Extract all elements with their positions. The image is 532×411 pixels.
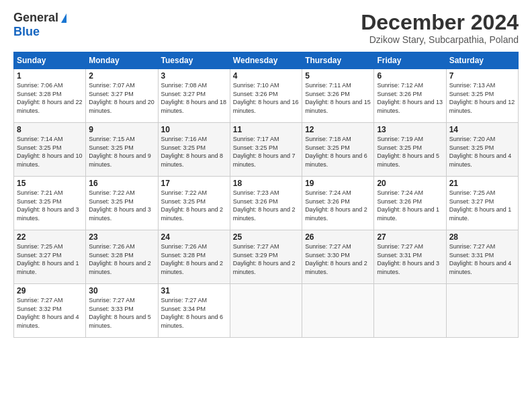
day-info: Sunrise: 7:27 AM Sunset: 3:33 PM Dayligh… (89, 296, 154, 330)
day-info: Sunrise: 7:17 AM Sunset: 3:25 PM Dayligh… (233, 135, 299, 169)
day-info: Sunrise: 7:11 AM Sunset: 3:26 PM Dayligh… (305, 81, 371, 115)
day-info: Sunrise: 7:22 AM Sunset: 3:25 PM Dayligh… (161, 189, 227, 222)
title-block: December 2024 Dzikow Stary, Subcarpathia… (361, 11, 519, 45)
calendar-cell (302, 284, 374, 338)
weekday-header-row: Sunday Monday Tuesday Wednesday Thursday… (14, 52, 519, 69)
day-info: Sunrise: 7:12 AM Sunset: 3:26 PM Dayligh… (377, 81, 443, 115)
calendar-cell: 26 Sunrise: 7:27 AM Sunset: 3:30 PM Dayl… (302, 230, 374, 284)
day-info: Sunrise: 7:10 AM Sunset: 3:26 PM Dayligh… (233, 81, 299, 115)
calendar-week-1: 1 Sunrise: 7:06 AM Sunset: 3:28 PM Dayli… (14, 69, 519, 123)
day-number: 10 (161, 125, 227, 134)
logo-general: General (13, 11, 58, 25)
day-info: Sunrise: 7:27 AM Sunset: 3:31 PM Dayligh… (449, 242, 515, 276)
day-number: 4 (233, 71, 299, 81)
calendar-cell: 4 Sunrise: 7:10 AM Sunset: 3:26 PM Dayli… (230, 69, 302, 123)
calendar-cell: 18 Sunrise: 7:23 AM Sunset: 3:26 PM Dayl… (230, 177, 302, 230)
calendar-cell: 8 Sunrise: 7:14 AM Sunset: 3:25 PM Dayli… (14, 123, 86, 177)
day-number: 7 (449, 71, 515, 81)
day-info: Sunrise: 7:27 AM Sunset: 3:30 PM Dayligh… (305, 242, 371, 276)
calendar-cell: 23 Sunrise: 7:26 AM Sunset: 3:28 PM Dayl… (86, 230, 158, 284)
header-friday: Friday (374, 52, 446, 69)
day-info: Sunrise: 7:21 AM Sunset: 3:25 PM Dayligh… (17, 189, 83, 222)
calendar-cell: 24 Sunrise: 7:26 AM Sunset: 3:28 PM Dayl… (158, 230, 230, 284)
calendar-cell: 29 Sunrise: 7:27 AM Sunset: 3:32 PM Dayl… (14, 284, 86, 338)
day-info: Sunrise: 7:27 AM Sunset: 3:34 PM Dayligh… (161, 296, 227, 330)
day-number: 11 (233, 125, 299, 134)
logo-blue: Blue (13, 25, 40, 39)
calendar-cell: 30 Sunrise: 7:27 AM Sunset: 3:33 PM Dayl… (86, 284, 158, 338)
calendar-cell: 19 Sunrise: 7:24 AM Sunset: 3:26 PM Dayl… (302, 177, 374, 230)
day-info: Sunrise: 7:07 AM Sunset: 3:27 PM Dayligh… (89, 81, 154, 115)
calendar-cell: 2 Sunrise: 7:07 AM Sunset: 3:27 PM Dayli… (86, 69, 158, 123)
calendar-cell (374, 284, 446, 338)
day-number: 30 (89, 286, 154, 295)
calendar: Sunday Monday Tuesday Wednesday Thursday… (13, 52, 519, 338)
calendar-cell: 7 Sunrise: 7:13 AM Sunset: 3:25 PM Dayli… (446, 69, 518, 123)
header-tuesday: Tuesday (158, 52, 230, 69)
day-info: Sunrise: 7:14 AM Sunset: 3:25 PM Dayligh… (17, 135, 83, 169)
header-wednesday: Wednesday (230, 52, 302, 69)
day-info: Sunrise: 7:27 AM Sunset: 3:31 PM Dayligh… (377, 242, 443, 276)
calendar-week-2: 8 Sunrise: 7:14 AM Sunset: 3:25 PM Dayli… (14, 123, 519, 177)
day-number: 28 (449, 232, 515, 242)
day-info: Sunrise: 7:25 AM Sunset: 3:27 PM Dayligh… (449, 189, 515, 222)
day-number: 16 (89, 179, 154, 188)
day-info: Sunrise: 7:15 AM Sunset: 3:25 PM Dayligh… (89, 135, 154, 169)
calendar-cell: 12 Sunrise: 7:18 AM Sunset: 3:25 PM Dayl… (302, 123, 374, 177)
day-number: 24 (161, 232, 227, 242)
calendar-cell: 25 Sunrise: 7:27 AM Sunset: 3:29 PM Dayl… (230, 230, 302, 284)
calendar-cell: 21 Sunrise: 7:25 AM Sunset: 3:27 PM Dayl… (446, 177, 518, 230)
day-info: Sunrise: 7:18 AM Sunset: 3:25 PM Dayligh… (305, 135, 371, 169)
location: Dzikow Stary, Subcarpathia, Poland (361, 34, 519, 45)
day-number: 25 (233, 232, 299, 242)
day-info: Sunrise: 7:25 AM Sunset: 3:27 PM Dayligh… (17, 242, 83, 276)
calendar-cell: 6 Sunrise: 7:12 AM Sunset: 3:26 PM Dayli… (374, 69, 446, 123)
day-info: Sunrise: 7:26 AM Sunset: 3:28 PM Dayligh… (161, 242, 227, 276)
day-number: 21 (449, 179, 515, 188)
calendar-week-3: 15 Sunrise: 7:21 AM Sunset: 3:25 PM Dayl… (14, 177, 519, 230)
calendar-week-4: 22 Sunrise: 7:25 AM Sunset: 3:27 PM Dayl… (14, 230, 519, 284)
day-number: 6 (377, 71, 443, 81)
day-number: 12 (305, 125, 371, 134)
calendar-cell (230, 284, 302, 338)
calendar-cell: 14 Sunrise: 7:20 AM Sunset: 3:25 PM Dayl… (446, 123, 518, 177)
day-info: Sunrise: 7:27 AM Sunset: 3:32 PM Dayligh… (17, 296, 83, 330)
day-number: 14 (449, 125, 515, 134)
day-info: Sunrise: 7:08 AM Sunset: 3:27 PM Dayligh… (161, 81, 227, 115)
calendar-cell: 9 Sunrise: 7:15 AM Sunset: 3:25 PM Dayli… (86, 123, 158, 177)
day-number: 31 (161, 286, 227, 295)
day-info: Sunrise: 7:16 AM Sunset: 3:25 PM Dayligh… (161, 135, 227, 169)
day-info: Sunrise: 7:24 AM Sunset: 3:26 PM Dayligh… (377, 189, 443, 222)
day-number: 26 (305, 232, 371, 242)
calendar-cell: 17 Sunrise: 7:22 AM Sunset: 3:25 PM Dayl… (158, 177, 230, 230)
day-info: Sunrise: 7:23 AM Sunset: 3:26 PM Dayligh… (233, 189, 299, 222)
day-number: 20 (377, 179, 443, 188)
day-number: 29 (17, 286, 83, 295)
day-number: 17 (161, 179, 227, 188)
calendar-cell: 1 Sunrise: 7:06 AM Sunset: 3:28 PM Dayli… (14, 69, 86, 123)
calendar-cell: 22 Sunrise: 7:25 AM Sunset: 3:27 PM Dayl… (14, 230, 86, 284)
day-number: 5 (305, 71, 371, 81)
day-number: 3 (161, 71, 227, 81)
calendar-cell (446, 284, 518, 338)
header-sunday: Sunday (14, 52, 86, 69)
day-number: 13 (377, 125, 443, 134)
day-info: Sunrise: 7:26 AM Sunset: 3:28 PM Dayligh… (89, 242, 154, 276)
logo-triangle-icon (61, 13, 66, 23)
calendar-cell: 20 Sunrise: 7:24 AM Sunset: 3:26 PM Dayl… (374, 177, 446, 230)
day-info: Sunrise: 7:20 AM Sunset: 3:25 PM Dayligh… (449, 135, 515, 169)
day-info: Sunrise: 7:24 AM Sunset: 3:26 PM Dayligh… (305, 189, 371, 222)
day-number: 19 (305, 179, 371, 188)
calendar-cell: 13 Sunrise: 7:19 AM Sunset: 3:25 PM Dayl… (374, 123, 446, 177)
day-number: 22 (17, 232, 83, 242)
day-info: Sunrise: 7:13 AM Sunset: 3:25 PM Dayligh… (449, 81, 515, 115)
day-number: 8 (17, 125, 83, 134)
calendar-cell: 3 Sunrise: 7:08 AM Sunset: 3:27 PM Dayli… (158, 69, 230, 123)
header: General Blue December 2024 Dzikow Stary,… (13, 11, 519, 45)
day-info: Sunrise: 7:22 AM Sunset: 3:25 PM Dayligh… (89, 189, 154, 222)
calendar-cell: 15 Sunrise: 7:21 AM Sunset: 3:25 PM Dayl… (14, 177, 86, 230)
calendar-cell: 28 Sunrise: 7:27 AM Sunset: 3:31 PM Dayl… (446, 230, 518, 284)
calendar-cell: 16 Sunrise: 7:22 AM Sunset: 3:25 PM Dayl… (86, 177, 158, 230)
calendar-cell: 31 Sunrise: 7:27 AM Sunset: 3:34 PM Dayl… (158, 284, 230, 338)
calendar-week-5: 29 Sunrise: 7:27 AM Sunset: 3:32 PM Dayl… (14, 284, 519, 338)
